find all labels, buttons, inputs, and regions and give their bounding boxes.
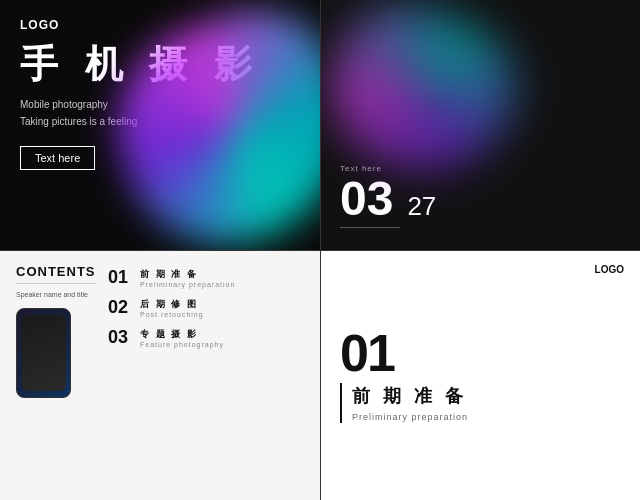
contents-title: CONTENTS bbox=[16, 264, 96, 279]
speaker-name: Speaker name and title bbox=[16, 290, 96, 300]
phone-screen bbox=[22, 315, 66, 391]
section-vertical-divider bbox=[340, 383, 342, 423]
content-en-3: Feature photography bbox=[140, 341, 224, 348]
phone-image bbox=[16, 308, 71, 398]
contents-slide: CONTENTS Speaker name and title 01 前 期 准… bbox=[0, 250, 320, 500]
content-block-3: 专 题 摄 影 Feature photography bbox=[140, 328, 224, 348]
content-cn-2: 后 期 修 图 bbox=[140, 298, 204, 311]
section-title-row: 前 期 准 备 Preliminary preparation bbox=[340, 383, 620, 423]
date-divider bbox=[340, 227, 400, 228]
section-slide: LOGO 01 前 期 准 备 Preliminary preparation bbox=[320, 250, 640, 500]
section-logo: LOGO bbox=[595, 264, 624, 275]
content-cn-3: 专 题 摄 影 bbox=[140, 328, 224, 341]
section-number: 01 bbox=[340, 327, 620, 379]
gradient-blob bbox=[89, 0, 320, 250]
content-num-3: 03 bbox=[108, 328, 132, 346]
subtitle-line1: Mobile photography bbox=[20, 99, 108, 110]
content-item-3: 03 专 题 摄 影 Feature photography bbox=[108, 328, 304, 348]
content-block-2: 后 期 修 图 Post retouching bbox=[140, 298, 204, 318]
date-day: 27 bbox=[407, 191, 436, 222]
contents-right: 01 前 期 准 备 Preliminary preparation 02 后 … bbox=[108, 264, 304, 486]
contents-header: CONTENTS bbox=[16, 264, 96, 279]
content-block-1: 前 期 准 备 Preliminary preparation bbox=[140, 268, 235, 288]
content-num-2: 02 bbox=[108, 298, 132, 316]
content-item-2: 02 后 期 修 图 Post retouching bbox=[108, 298, 304, 318]
content-en-1: Preliminary preparation bbox=[140, 281, 235, 288]
slide-container: LOGO 手 机 摄 影 Mobile photography Taking p… bbox=[0, 0, 640, 500]
horizontal-separator bbox=[0, 250, 640, 251]
content-cn-1: 前 期 准 备 bbox=[140, 268, 235, 281]
date-month: 03 bbox=[340, 175, 393, 223]
contents-divider bbox=[16, 283, 96, 284]
main-slide: LOGO 手 机 摄 影 Mobile photography Taking p… bbox=[0, 0, 320, 250]
content-item-1: 01 前 期 准 备 Preliminary preparation bbox=[108, 268, 304, 288]
contents-left: CONTENTS Speaker name and title bbox=[16, 264, 96, 486]
section-title-en: Preliminary preparation bbox=[352, 412, 468, 422]
section-title-cn: 前 期 准 备 bbox=[352, 384, 468, 408]
date-row: 03 27 bbox=[340, 175, 620, 223]
content-num-1: 01 bbox=[108, 268, 132, 286]
section-title-block: 前 期 准 备 Preliminary preparation bbox=[352, 384, 468, 422]
text-button[interactable]: Text here bbox=[20, 146, 95, 170]
content-en-2: Post retouching bbox=[140, 311, 204, 318]
date-slide: Text here 03 27 bbox=[320, 0, 640, 250]
